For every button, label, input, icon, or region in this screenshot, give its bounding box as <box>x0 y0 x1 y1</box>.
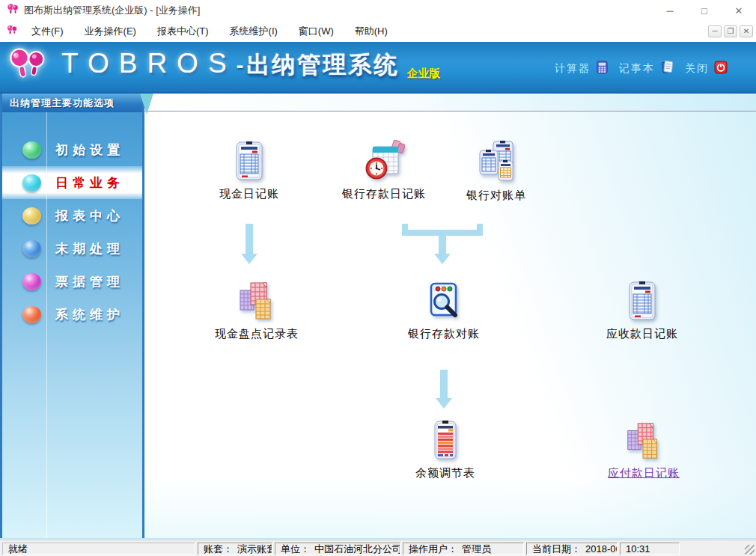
arrow-down-reconciliation-head <box>436 398 452 409</box>
close-icon: ✕ <box>735 5 743 16</box>
ledger-icon <box>622 280 662 325</box>
node-cash-journal[interactable]: 现金日记账 <box>189 140 309 201</box>
node-payable-journal[interactable]: 应付款日记账 <box>584 421 704 480</box>
sidebar: 出纳管理主要功能选项 初始设置 日常业务 报表中心 末期处理 票据管理 <box>0 94 144 538</box>
sheets-icon <box>624 421 664 464</box>
node-label: 银行对账单 <box>436 189 556 203</box>
node-bank-deposit-journal[interactable]: 银行存款日记账 <box>324 140 444 201</box>
menu-item-system[interactable]: 系统维护(I) <box>219 21 288 42</box>
account-book-value: 演示账套 <box>237 543 272 555</box>
menu-item-help[interactable]: 帮助(H) <box>344 21 398 42</box>
node-bank-reconciliation[interactable]: 银行存款对账 <box>384 280 504 341</box>
menu-item-business[interactable]: 业务操作(E) <box>74 21 147 42</box>
ledger-icon <box>229 140 269 185</box>
sidebar-item-label: 票据管理 <box>55 273 124 290</box>
sidebar-item-bill-management[interactable]: 票据管理 <box>2 265 142 298</box>
status-operator: 操作用户：管理员 <box>403 543 524 555</box>
arrow-down-cash <box>246 224 253 254</box>
window-close-button[interactable]: ✕ <box>722 0 756 21</box>
calendar-clock-icon <box>363 140 405 185</box>
red-sphere-icon <box>22 306 41 323</box>
magnifier-window-icon <box>423 280 465 325</box>
menu-item-file[interactable]: 文件(F) <box>21 21 74 42</box>
sidebar-item-initial-setup[interactable]: 初始设置 <box>2 133 142 166</box>
operator-value: 管理员 <box>462 543 491 555</box>
menu-item-window[interactable]: 窗口(W) <box>288 21 344 42</box>
status-unit: 单位：中国石油河北分公司 <box>275 543 400 555</box>
node-label: 银行存款对账 <box>384 327 504 341</box>
sidebar-item-label: 报表中心 <box>55 207 124 224</box>
brand-name: TOBROS <box>61 48 237 79</box>
mdi-restore-button[interactable]: ❐ <box>724 25 737 37</box>
calculator-label: 计算器 <box>555 62 591 76</box>
node-label: 现金盘点记录表 <box>197 327 317 341</box>
bracket-stem <box>439 236 446 254</box>
menu-item-reports[interactable]: 报表中心(T) <box>147 21 219 42</box>
workflow-canvas: 现金日记账 <box>144 111 756 538</box>
mdi-close-button[interactable]: ✕ <box>740 25 753 37</box>
red-table-icon <box>425 419 466 464</box>
status-bar: 就绪 账套：演示账套 单位：中国石油河北分公司 操作用户：管理员 当前日期：20… <box>0 541 756 556</box>
sidebar-item-system-maintenance[interactable]: 系统维护 <box>2 298 142 331</box>
node-receivable-journal[interactable]: 应收款日记账 <box>582 280 702 341</box>
node-label: 现金日记账 <box>189 187 309 201</box>
menu-logo-pins-icon <box>6 24 18 39</box>
app-logo-pins-icon <box>6 2 19 19</box>
bracket-bar <box>402 230 483 236</box>
sidebar-item-label: 系统维护 <box>55 306 124 323</box>
node-label: 余额调节表 <box>385 466 505 480</box>
sidebar-item-period-end[interactable]: 末期处理 <box>2 232 142 265</box>
app-close-link[interactable]: 关闭 <box>685 61 728 77</box>
menu-bar: 文件(F) 业务操作(E) 报表中心(T) 系统维护(I) 窗口(W) 帮助(H… <box>0 21 756 42</box>
main-top-bar <box>144 94 756 111</box>
sidebar-header: 出纳管理主要功能选项 <box>2 94 142 112</box>
status-date: 当前日期：2018-06-28 <box>526 543 618 555</box>
banner-quick-links: 计算器 记事本 <box>555 60 728 77</box>
window-body: 出纳管理主要功能选项 初始设置 日常业务 报表中心 末期处理 票据管理 <box>0 94 756 538</box>
node-bank-statement[interactable]: 银行对账单 <box>436 140 556 203</box>
brand-banner: TOBROS - 出纳管理系统 企业版 TOBROS - 出纳管理系统 计算器 <box>0 42 756 94</box>
notepad-icon <box>660 60 674 77</box>
bracket-head <box>434 254 451 264</box>
unit-value: 中国石油河北分公司 <box>314 543 400 555</box>
product-name: 出纳管理系统 <box>247 49 400 81</box>
window-minimize-button[interactable]: ─ <box>653 0 687 21</box>
magenta-sphere-icon <box>22 273 41 290</box>
sidebar-item-label: 日常业务 <box>55 174 124 192</box>
status-time: 10:31 <box>620 543 680 555</box>
green-sphere-icon <box>22 141 41 159</box>
title-bar: 图布斯出纳管理系统(企业版) - [业务操作] ─ □ ✕ <box>0 0 756 21</box>
notepad-link[interactable]: 记事本 <box>619 60 674 77</box>
node-label: 银行存款日记账 <box>324 187 444 201</box>
sidebar-item-daily-business[interactable]: 日常业务 <box>2 166 142 199</box>
node-balance-adjustment[interactable]: 余额调节表 <box>385 419 505 480</box>
main-area: 现金日记账 <box>144 94 756 538</box>
node-cash-count-record[interactable]: 现金盘点记录表 <box>197 280 317 341</box>
notepad-label: 记事本 <box>619 62 655 76</box>
calculator-icon <box>596 61 609 77</box>
sidebar-items: 初始设置 日常业务 报表中心 末期处理 票据管理 系统维护 <box>2 133 142 331</box>
date-value: 2018-06-28 <box>585 543 618 555</box>
arrow-down-reconciliation <box>440 370 448 398</box>
mdi-minimize-button[interactable]: ─ <box>708 25 722 37</box>
gold-sphere-icon <box>22 207 41 224</box>
power-icon <box>714 61 728 77</box>
maximize-icon: □ <box>701 5 707 16</box>
calculator-link[interactable]: 计算器 <box>555 61 609 77</box>
resize-grip[interactable] <box>745 545 755 555</box>
status-ready: 就绪 <box>2 543 195 555</box>
sidebar-junction-wedge <box>140 94 153 114</box>
blue-sphere-icon <box>22 240 41 257</box>
sidebar-item-label: 初始设置 <box>55 141 124 159</box>
brand-separator: - <box>237 52 244 78</box>
node-label: 应收款日记账 <box>582 327 702 341</box>
window-maximize-button[interactable]: □ <box>687 0 722 21</box>
statements-icon <box>475 140 517 186</box>
node-label: 应付款日记账 <box>584 466 704 480</box>
arrow-down-cash-head <box>241 254 257 264</box>
sidebar-item-report-center[interactable]: 报表中心 <box>2 199 142 232</box>
date-label: 当前日期： <box>532 543 581 555</box>
minimize-icon: ─ <box>666 5 673 16</box>
unit-label: 单位： <box>281 543 310 555</box>
brand-title: TOBROS - 出纳管理系统 企业版 <box>61 48 441 81</box>
